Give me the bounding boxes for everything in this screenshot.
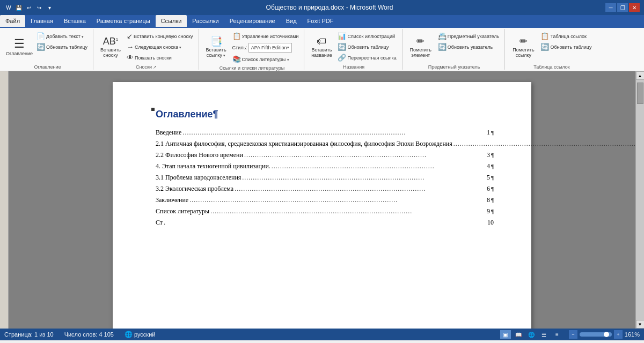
caption-label: Вставить название <box>310 47 333 58</box>
menu-view[interactable]: Вид <box>281 15 302 27</box>
restore-button[interactable]: ❐ <box>617 3 628 12</box>
captions-buttons: 🏷 Вставить название 📊 Список иллюстраций… <box>309 30 398 64</box>
ribbon-group-toc: ☰ Оглавление 📄 Добавить текст ▾ 🔄 Обнови… <box>2 29 93 70</box>
insert-index-button[interactable]: 📇 Предметный указатель <box>436 31 502 41</box>
add-text-button[interactable]: 📄 Добавить текст ▾ <box>34 31 90 41</box>
titlebar-left: W 💾 ↩ ↪ ▾ <box>4 3 54 12</box>
vertical-scrollbar[interactable]: ▲ ▼ <box>635 71 644 329</box>
toc-page-31: 5¶ <box>487 174 494 182</box>
toc-buttons: ☰ Оглавление 📄 Добавить текст ▾ 🔄 Обнови… <box>5 30 90 64</box>
style-dropdown[interactable]: APA Fifth Edition ▾ <box>248 43 292 53</box>
manage-src-label: Управление источниками <box>242 34 299 39</box>
menu-references[interactable]: Ссылки <box>156 15 187 27</box>
insert-endnote-button[interactable]: ↙ Вставить концевую сноску <box>125 31 195 41</box>
toc-entry-4: 4. Этап начала техногенной цивилизации. … <box>156 162 494 170</box>
zoom-slider[interactable] <box>580 332 612 337</box>
insert-citation-button[interactable]: 📑 Вставить ссылку ▾ <box>203 31 229 63</box>
close-button[interactable]: ✕ <box>629 3 640 12</box>
footnotes-small-buttons: ↙ Вставить концевую сноску → Следующая с… <box>125 31 195 63</box>
toc-entry-conclusion: Заключение .............................… <box>156 196 494 204</box>
document-scroll[interactable]: Оглавление¶ Введение ...................… <box>9 71 635 329</box>
menu-foxit[interactable]: Foxit PDF <box>302 15 339 27</box>
toc-title-31: 3.1 Проблема народонаселения <box>156 174 241 182</box>
ribbon-group-index: ✏ Пометить элемент 📇 Предметный указател… <box>404 29 506 70</box>
toc-title-references: Список литературы <box>156 207 209 215</box>
minimize-button[interactable]: ─ <box>605 3 616 12</box>
menu-home[interactable]: Главная <box>25 15 58 27</box>
update-toc-label: Обновить таблицу <box>46 44 87 50</box>
ribbon-group-citations: 📑 Вставить ссылку ▾ 📋 Управление источни… <box>200 29 305 70</box>
zoom-in-button[interactable]: + <box>614 330 623 339</box>
toc-entry-last: Ст . 10 <box>156 219 494 227</box>
mark-citation-button[interactable]: ✏ Пометить ссылку <box>509 31 537 63</box>
update-ta-label: Обновить таблицу <box>550 44 591 50</box>
toc-dots-4: ........................................… <box>272 162 486 170</box>
page-info: Страница: 1 из 10 <box>4 331 54 338</box>
toc-dots-references: ........................................… <box>210 207 486 215</box>
menu-review[interactable]: Рецензирование <box>224 15 281 27</box>
zoom-out-button[interactable]: − <box>569 330 577 339</box>
bibliography-button[interactable]: 📚 Список литературы ▾ <box>230 54 301 64</box>
ribbon-group-table-auth: ✏ Пометить ссылку 📋 Таблица ссылок 🔄 Обн… <box>506 29 597 70</box>
language-indicator[interactable]: 🌐 русский <box>125 331 155 338</box>
update-figures-button[interactable]: 🔄 Обновить таблицу <box>335 42 398 52</box>
scroll-up-button[interactable]: ▲ <box>636 71 645 80</box>
scroll-thumb[interactable] <box>637 83 643 104</box>
figures-label: Список иллюстраций <box>347 34 395 39</box>
index-small-buttons: 📇 Предметный указатель 🔄 Обновить указат… <box>436 31 502 52</box>
menu-page-layout[interactable]: Разметка страницы <box>91 15 156 27</box>
cross-ref-label: Перекрестная ссылка <box>347 55 396 61</box>
undo-icon[interactable]: ↩ <box>25 3 33 12</box>
save-icon[interactable]: 💾 <box>14 3 23 12</box>
citation-label: Вставить ссылку ▾ <box>205 47 228 58</box>
toc-page-22: 3¶ <box>487 151 494 159</box>
menu-mailings[interactable]: Рассылки <box>187 15 224 27</box>
toc-label: Оглавление <box>6 51 33 56</box>
insert-caption-button[interactable]: 🏷 Вставить название <box>309 31 334 63</box>
toc-entry-introduction: Введение ...............................… <box>156 129 494 137</box>
mark-cit-label: Пометить ссылку <box>511 47 536 58</box>
scroll-down-button[interactable]: ▼ <box>636 320 645 329</box>
menu-file[interactable]: Файл <box>0 15 25 27</box>
cross-reference-button[interactable]: 🔗 Перекрестная ссылка <box>335 53 398 63</box>
next-fn-label: Следующая сноска ▾ <box>135 44 181 50</box>
toc-title-21: 2.1 Античная философия, средневековая хр… <box>156 140 452 147</box>
table-of-contents-button[interactable]: ☰ Оглавление <box>5 31 33 63</box>
list-of-figures-button[interactable]: 📊 Список иллюстраций <box>335 31 398 41</box>
table-auth-group-label: Таблица ссылок <box>533 64 570 71</box>
mark-entry-button[interactable]: ✏ Пометить элемент <box>407 31 435 63</box>
citation-icon: 📑 <box>210 36 222 46</box>
manage-sources-button[interactable]: 📋 Управление источниками <box>230 31 301 41</box>
table-auth-small-buttons: 📋 Таблица ссылок 🔄 Обновить таблицу <box>538 31 594 52</box>
update-table-auth-button[interactable]: 🔄 Обновить таблицу <box>538 42 594 52</box>
language-flag-icon: 🌐 <box>125 331 133 338</box>
toc-entry-31: 3.1 Проблема народонаселения ...........… <box>156 174 494 182</box>
next-footnote-button[interactable]: → Следующая сноска ▾ <box>125 42 195 52</box>
show-notes-button[interactable]: 👁 Показать сноски <box>125 53 195 63</box>
toc-entry-references: Список литературы ......................… <box>156 207 494 215</box>
customize-icon[interactable]: ▾ <box>45 3 54 12</box>
ribbon-group-captions: 🏷 Вставить название 📊 Список иллюстраций… <box>305 29 402 70</box>
redo-icon[interactable]: ↪ <box>35 3 43 12</box>
toc-title-32: 3.2 Экологическая проблема <box>156 185 233 193</box>
insert-footnote-button[interactable]: AB1 Вставить сноску <box>98 31 123 63</box>
document-area: Оглавление¶ Введение ...................… <box>0 71 644 329</box>
zoom-thumb[interactable] <box>604 332 609 337</box>
toc-icon: ☰ <box>14 38 25 50</box>
draft-view-button[interactable]: ≡ <box>552 330 562 339</box>
full-screen-view-button[interactable]: 📖 <box>513 330 524 339</box>
scroll-track[interactable] <box>636 80 644 320</box>
style-selector[interactable]: Стиль: APA Fifth Edition ▾ <box>230 42 301 54</box>
menu-insert[interactable]: Вставка <box>58 15 91 27</box>
toc-title-last: Ст <box>156 219 163 227</box>
outline-view-button[interactable]: ☰ <box>539 330 550 339</box>
insert-table-auth-button[interactable]: 📋 Таблица ссылок <box>538 31 594 41</box>
print-layout-view-button[interactable]: ▣ <box>500 330 511 339</box>
document-page: Оглавление¶ Введение ...................… <box>113 82 531 329</box>
web-layout-view-button[interactable]: 🌐 <box>526 330 537 339</box>
update-toc-button[interactable]: 🔄 Обновить таблицу <box>34 42 90 52</box>
statusbar-right: ▣ 📖 🌐 ☰ ≡ − + 161% <box>500 330 640 339</box>
update-index-button[interactable]: 🔄 Обновить указатель <box>436 42 502 52</box>
bibliography-label: Список литературы ▾ <box>242 57 289 62</box>
toc-dots-22: ........................................… <box>244 151 486 159</box>
